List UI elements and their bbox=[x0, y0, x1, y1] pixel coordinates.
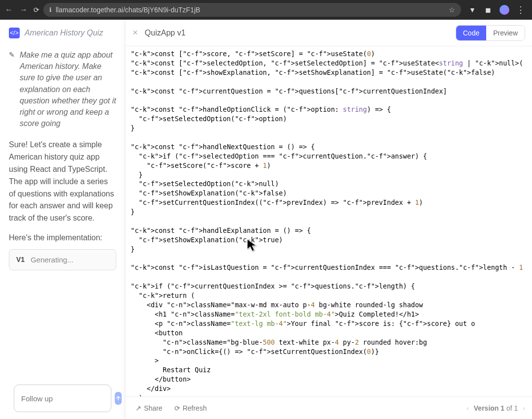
bookmark-star-icon[interactable]: ☆ bbox=[449, 6, 455, 14]
followup-input-container bbox=[14, 385, 111, 412]
browser-toolbar: ← → ⟳ ℹ llamacoder.together.ai/chats/BjY… bbox=[0, 0, 532, 20]
chat-title: American History Quiz bbox=[25, 29, 103, 37]
code-viewer[interactable]: "c-k">const ["c-f">score, "c-f">setScore… bbox=[126, 46, 532, 396]
refresh-button[interactable]: ⟳ Refresh bbox=[171, 402, 210, 414]
generation-status: Generating... bbox=[31, 256, 73, 264]
extensions-icon[interactable]: ◼ bbox=[484, 5, 493, 14]
assistant-message: Sure! Let's create a simple American his… bbox=[9, 139, 116, 225]
address-bar[interactable]: ℹ llamacoder.together.ai/chats/BjY6N9i-d… bbox=[43, 3, 461, 17]
back-button[interactable]: ← bbox=[4, 5, 14, 14]
lock-icon: ℹ bbox=[49, 6, 52, 13]
panel-title: QuizApp v1 bbox=[145, 29, 449, 37]
close-icon[interactable]: × bbox=[133, 28, 138, 38]
profile-avatar[interactable] bbox=[499, 5, 509, 15]
refresh-icon: ⟳ bbox=[174, 404, 180, 412]
download-icon[interactable]: ▼ bbox=[468, 5, 477, 14]
reload-button[interactable]: ⟳ bbox=[33, 6, 39, 14]
nav-buttons: ← → ⟳ bbox=[4, 5, 39, 14]
version-badge: V1 bbox=[16, 256, 25, 263]
version-prev[interactable]: ‹ bbox=[466, 404, 469, 412]
implementation-label: Here's the implementation: bbox=[9, 233, 116, 242]
code-panel: × QuizApp v1 Code Preview "c-k">const ["… bbox=[125, 20, 532, 419]
browser-right-icons: ▼ ◼ ⋮ bbox=[465, 4, 528, 15]
generation-card[interactable]: V1 Generating... bbox=[9, 249, 116, 270]
share-icon: ↗ bbox=[135, 404, 141, 412]
tab-preview[interactable]: Preview bbox=[486, 26, 525, 40]
code-preview-tabs: Code Preview bbox=[456, 25, 525, 41]
send-button[interactable] bbox=[115, 392, 122, 405]
menu-dots-icon[interactable]: ⋮ bbox=[516, 4, 525, 15]
share-button[interactable]: ↗ Share bbox=[133, 402, 165, 414]
tab-code[interactable]: Code bbox=[456, 26, 486, 40]
forward-button[interactable]: → bbox=[19, 5, 29, 14]
app-logo: </> bbox=[9, 28, 20, 38]
version-pager: ‹ Version 1 of 1 › bbox=[466, 404, 525, 412]
user-prompt: Make me a quiz app about American histor… bbox=[20, 49, 116, 129]
edit-icon: ✎ bbox=[9, 51, 15, 129]
chat-panel: </> American History Quiz ✎ Make me a qu… bbox=[0, 20, 125, 419]
version-next[interactable]: › bbox=[523, 404, 525, 412]
url-text: llamacoder.together.ai/chats/BjY6N9i-duT… bbox=[56, 6, 445, 14]
followup-input[interactable] bbox=[21, 394, 115, 403]
